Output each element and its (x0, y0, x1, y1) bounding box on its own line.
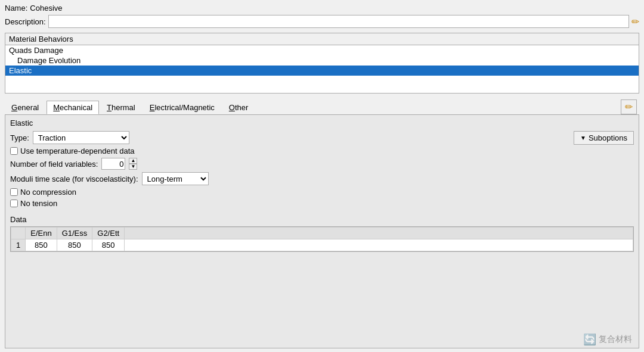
data-table-wrap: E/Enn G1/Ess G2/Ett 1 850 850 850 (10, 226, 634, 252)
tab-pencil-icon: ✏ (625, 101, 633, 113)
description-label: Description: (5, 17, 46, 26)
suboptions-arrow-icon: ▼ (580, 135, 586, 141)
description-input[interactable] (48, 15, 629, 28)
name-value: Cohesive (30, 4, 62, 13)
row-number: 1 (11, 239, 26, 251)
cell-empty (125, 239, 633, 251)
tab-electrical-magnetic[interactable]: Electrical/Magnetic (143, 101, 221, 114)
tab-thermal[interactable]: Thermal (100, 101, 142, 114)
name-row: Name: Cohesive (5, 4, 639, 13)
suboptions-button[interactable]: ▼ Suboptions (574, 131, 634, 145)
type-label: Type: (10, 133, 29, 142)
field-vars-spinner: ▲ ▼ (129, 158, 137, 170)
no-tension-row: No tension (10, 199, 574, 208)
cell-enn[interactable]: 850 (26, 239, 57, 251)
elastic-title: Elastic (10, 119, 634, 127)
behavior-list: Quads Damage Damage Evolution Elastic (5, 45, 639, 93)
field-vars-up[interactable]: ▲ (129, 158, 137, 164)
behavior-item-quads[interactable]: Quads Damage (5, 45, 639, 55)
data-section: Data E/Enn G1/Ess G2/Ett 1 (10, 215, 634, 344)
use-temp-checkbox[interactable] (10, 147, 18, 155)
type-select[interactable]: Traction Isotropic Engineering Constants… (33, 131, 129, 144)
tab-pencil-button[interactable]: ✏ (621, 99, 637, 114)
field-vars-down[interactable]: ▼ (129, 164, 137, 170)
controls-row: Type: Traction Isotropic Engineering Con… (10, 131, 634, 208)
no-tension-label: No tension (20, 199, 57, 208)
moduli-label: Moduli time scale (for viscoelasticity): (10, 175, 138, 183)
controls-left: Type: Traction Isotropic Engineering Con… (10, 131, 574, 208)
moduli-select[interactable]: Long-term Instantaneous (142, 172, 209, 185)
material-behaviors-section: Material Behaviors Quads Damage Damage E… (5, 33, 639, 94)
field-vars-label: Number of field variables: (10, 160, 98, 169)
behavior-item-damage[interactable]: Damage Evolution (5, 55, 639, 66)
col-header-ett: G2/Ett (92, 228, 125, 239)
cell-ess[interactable]: 850 (57, 239, 92, 251)
col-header-enn: E/Enn (26, 228, 57, 239)
data-table: E/Enn G1/Ess G2/Ett 1 850 850 850 (11, 227, 633, 251)
elastic-section: Elastic Type: Traction Isotropic Enginee… (5, 115, 639, 348)
moduli-row: Moduli time scale (for viscoelasticity):… (10, 172, 574, 185)
tab-mechanical[interactable]: Mechanical (47, 101, 99, 114)
col-header-rownum (11, 228, 26, 239)
description-pencil-icon[interactable]: ✏ (631, 16, 639, 27)
no-compression-row: No compression (10, 188, 574, 197)
no-compression-label: No compression (20, 188, 76, 197)
cell-ett[interactable]: 850 (92, 239, 125, 251)
table-row: 1 850 850 850 (11, 239, 633, 251)
tab-general[interactable]: General (5, 101, 45, 114)
name-label: Name: (5, 4, 27, 13)
suboptions-label: Suboptions (589, 133, 627, 142)
field-vars-input[interactable] (101, 158, 125, 170)
behavior-item-elastic[interactable]: Elastic (5, 66, 639, 76)
field-vars-row: Number of field variables: ▲ ▼ (10, 158, 574, 170)
use-temp-row: Use temperature-dependent data (10, 147, 574, 155)
description-row: Description: ✏ (5, 15, 639, 28)
tab-other[interactable]: Other (222, 101, 255, 114)
data-title: Data (10, 215, 634, 224)
description-input-wrap: ✏ (48, 15, 639, 28)
use-temp-label: Use temperature-dependent data (20, 147, 135, 155)
col-header-ess: G1/Ess (57, 228, 92, 239)
no-compression-checkbox[interactable] (10, 188, 18, 196)
tab-bar: General Mechanical Thermal Electrical/Ma… (5, 97, 639, 115)
material-behaviors-title: Material Behaviors (5, 33, 639, 45)
type-row: Type: Traction Isotropic Engineering Con… (10, 131, 574, 144)
no-tension-checkbox[interactable] (10, 200, 18, 207)
col-header-empty (125, 228, 633, 239)
